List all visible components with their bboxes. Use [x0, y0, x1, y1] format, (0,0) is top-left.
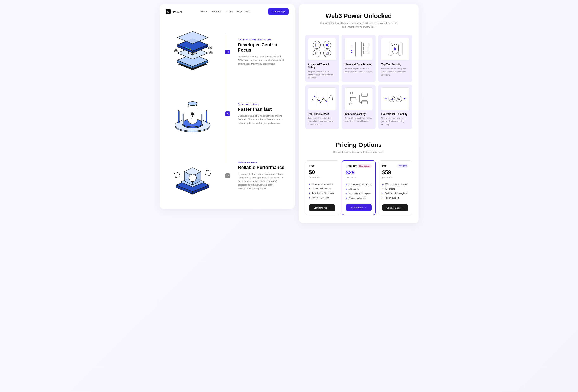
card-scalability: Infinite Scalability Support for growth …: [342, 85, 376, 129]
svg-rect-91: [362, 94, 367, 94]
card-security: Top-Tier Security Ensure endpoint safety…: [378, 35, 412, 82]
plan-amount-premium: $29: [346, 169, 372, 176]
feature-cards-grid: Advanced Trace & Debug Request transacti…: [305, 35, 412, 129]
svg-rect-49: [205, 170, 211, 176]
card-desc-6: Guaranteed uptime to keep your applicati…: [381, 117, 409, 126]
svg-point-54: [315, 46, 316, 47]
feature-eyebrow-1: Developer-friendly tools and APIs: [238, 38, 287, 41]
svg-rect-63: [316, 52, 318, 54]
svg-rect-87: [350, 92, 352, 94]
pricing-grid: Free $0 forever free +30 requests per se…: [305, 160, 412, 215]
svg-point-66: [327, 53, 328, 54]
brand-name: Syntho: [172, 10, 182, 13]
card-title-3: Top-Tier Security: [381, 63, 409, 66]
feature-content-3: Stability assurance Reliable Performance…: [238, 161, 287, 190]
logo-icon: S: [166, 9, 171, 14]
gear-icon: [225, 49, 230, 54]
nav-link-blog[interactable]: Blog: [245, 10, 250, 13]
metrics-illustration: [308, 87, 336, 110]
plus-icon: +: [346, 188, 347, 190]
cta-free[interactable]: Start for Free→: [309, 205, 335, 211]
svg-point-64: [324, 49, 331, 57]
badge-new: New plan: [397, 164, 409, 168]
feature-row-2: Global node network Faster than fast Dep…: [168, 93, 287, 134]
power-title: Web3 Power Unlocked: [305, 12, 412, 19]
plus-icon: +: [346, 192, 347, 195]
plan-features-free: +30 requests per second +Access to 40+ c…: [309, 182, 335, 201]
svg-rect-69: [363, 43, 368, 46]
nav-link-pricing[interactable]: Pricing: [225, 10, 233, 13]
plan-period-pro: per month: [382, 176, 408, 178]
svg-point-62: [313, 49, 321, 57]
cta-pro[interactable]: Contact Sales→: [382, 205, 408, 211]
svg-point-85: [323, 97, 324, 98]
svg-point-86: [326, 101, 327, 102]
plan-amount-pro: $59: [382, 169, 408, 175]
svg-point-30: [188, 101, 197, 106]
svg-rect-33: [182, 114, 184, 124]
launch-app-button[interactable]: Launch App: [268, 8, 289, 15]
svg-point-11: [186, 47, 187, 48]
card-title-5: Infinite Scalability: [344, 113, 373, 116]
feature-illustration-stack: [168, 31, 217, 73]
svg-rect-31: [178, 111, 179, 123]
svg-rect-57: [326, 44, 329, 46]
svg-point-12: [188, 48, 189, 49]
brand-logo[interactable]: S Syntho: [166, 9, 182, 14]
plan-name-premium: Premium: [346, 165, 357, 168]
svg-rect-93: [362, 101, 367, 102]
right-panel: Web3 Power Unlocked Our Web3 IaaS simpli…: [299, 4, 419, 223]
card-title-6: Exceptional Reliability: [381, 113, 409, 116]
security-illustration: [381, 38, 409, 60]
svg-rect-89: [350, 103, 352, 105]
feature-content-2: Global node network Faster than fast Dep…: [238, 103, 287, 125]
price-card-free: Free $0 forever free +30 requests per se…: [305, 160, 339, 215]
feature-row-1: Developer-friendly tools and APIs Develo…: [168, 31, 287, 73]
nav-link-product[interactable]: Product: [200, 10, 208, 13]
reliability-illustration: [381, 87, 409, 110]
feature-title-2: Faster than fast: [238, 107, 287, 112]
card-title-2: Historical Data Access: [344, 63, 373, 66]
svg-point-74: [351, 47, 352, 47]
svg-point-99: [396, 96, 402, 102]
card-trace-debug: Advanced Trace & Debug Request transacti…: [305, 35, 339, 82]
plus-icon: +: [346, 183, 347, 186]
svg-rect-92: [362, 101, 367, 104]
svg-point-58: [326, 44, 326, 44]
svg-point-13: [190, 49, 191, 49]
svg-point-84: [319, 100, 320, 101]
plan-name-free: Free: [309, 164, 315, 167]
nav-link-features[interactable]: Features: [212, 10, 222, 13]
plus-icon: +: [382, 188, 383, 190]
svg-rect-98: [392, 99, 393, 100]
nav-link-faq[interactable]: FAQ: [237, 10, 242, 13]
card-desc-5: Support for growth from a few users to m…: [344, 117, 373, 123]
plan-amount-free: $0: [309, 169, 335, 175]
plus-icon: +: [309, 183, 310, 185]
plan-name-pro: Pro: [382, 164, 387, 167]
svg-rect-78: [351, 52, 352, 53]
svg-rect-80: [394, 48, 396, 50]
card-title-1: Advanced Trace & Debug: [308, 63, 336, 69]
plus-icon: +: [346, 197, 347, 200]
scalability-illustration: [344, 87, 373, 110]
plus-icon: +: [382, 197, 383, 199]
card-metrics: Real-Time Metrics Access vital statistic…: [305, 85, 339, 129]
svg-rect-65: [326, 52, 329, 54]
svg-rect-79: [353, 52, 353, 53]
historical-illustration: [344, 38, 373, 60]
cta-premium[interactable]: Get Started→: [346, 204, 372, 211]
plan-period-premium: per month: [346, 176, 372, 179]
card-title-4: Real-Time Metrics: [308, 113, 336, 116]
left-panel: S Syntho Product Features Pricing FAQ Bl…: [160, 4, 295, 209]
card-desc-1: Request transaction re-execution with de…: [308, 70, 336, 79]
feature-illustration-speed: [168, 93, 217, 134]
pricing-title: Pricing Options: [305, 141, 412, 148]
plus-icon: +: [309, 187, 310, 190]
feature-desc-2: Deployed on a global node network, offer…: [238, 114, 287, 125]
svg-point-50: [313, 41, 321, 49]
svg-point-72: [351, 44, 352, 45]
svg-point-37: [227, 113, 228, 114]
timeline-node-2: [224, 111, 232, 116]
plus-icon: +: [382, 183, 383, 186]
